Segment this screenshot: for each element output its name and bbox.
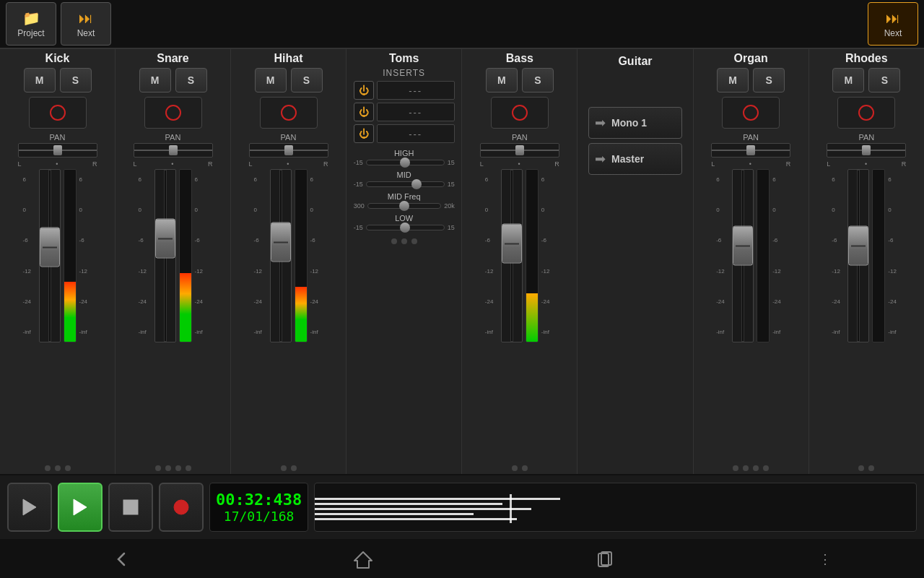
nav-bar: ⋮ xyxy=(0,540,924,578)
hihat-fader-handle[interactable] xyxy=(271,222,291,262)
organ-label: Organ xyxy=(734,52,768,65)
hihat-solo-button[interactable]: S xyxy=(291,68,323,92)
organ-fader-track xyxy=(732,169,754,342)
organ-ms-row: M S xyxy=(717,68,785,92)
organ-record-area xyxy=(722,97,780,129)
bass-ms-row: M S xyxy=(486,68,554,92)
hihat-pan-slider[interactable] xyxy=(249,143,328,158)
eq-high-slider[interactable] xyxy=(366,160,445,165)
next-button-left[interactable]: ⏭ Next xyxy=(61,2,111,46)
rhodes-fader-area: 60-6-12-24-inf 60-6-12-24-inf xyxy=(811,169,923,462)
rhodes-scale-right: 60-6-12-24-inf xyxy=(888,169,901,342)
rhodes-solo-button[interactable]: S xyxy=(868,68,900,92)
organ-pan-label: PAN xyxy=(743,133,759,142)
next-label-right: Next xyxy=(884,28,902,38)
bass-mute-button[interactable]: M xyxy=(486,68,518,92)
snare-fader-handle[interactable] xyxy=(155,219,175,259)
rhodes-pan-label: PAN xyxy=(858,133,874,142)
kick-pan-slider[interactable] xyxy=(18,143,97,158)
guitar-send-mono1[interactable]: ➡ Mono 1 xyxy=(588,107,682,139)
eq-mid-slider[interactable] xyxy=(366,181,445,187)
toms-dots xyxy=(391,238,417,244)
insert-slot-3[interactable]: --- xyxy=(377,124,455,143)
kick-vu-meter xyxy=(64,169,77,342)
time-top: 00:32:438 xyxy=(216,491,302,509)
play-button[interactable] xyxy=(7,483,52,532)
bass-label: Bass xyxy=(506,52,533,65)
organ-pan-slider[interactable] xyxy=(711,143,790,158)
back-button[interactable] xyxy=(92,545,150,574)
insert-power-1[interactable]: ⏻ xyxy=(354,81,374,100)
svg-rect-6 xyxy=(315,508,531,510)
bass-solo-button[interactable]: S xyxy=(522,68,554,92)
eq-high-band: HIGH -15 15 xyxy=(354,149,455,166)
bass-pan-label: PAN xyxy=(512,133,528,142)
bass-scale-right: 60-6-12-24-inf xyxy=(541,169,554,342)
play-active-button[interactable] xyxy=(58,483,103,532)
project-button[interactable]: 📁 Project xyxy=(6,2,56,46)
stop-button[interactable] xyxy=(108,483,153,532)
organ-solo-button[interactable]: S xyxy=(753,68,785,92)
record-button[interactable] xyxy=(159,483,204,532)
kick-record-button[interactable] xyxy=(50,105,66,121)
snare-scale-right: 60-6-12-24-inf xyxy=(195,169,208,342)
organ-record-button[interactable] xyxy=(743,105,759,121)
kick-solo-button[interactable]: S xyxy=(60,68,92,92)
kick-pan-lr: L•R xyxy=(18,160,97,168)
bass-record-button[interactable] xyxy=(512,105,528,121)
insert-power-3[interactable]: ⏻ xyxy=(354,124,374,143)
eq-midfreq-range: 300 20k xyxy=(354,202,455,210)
time-display: 00:32:438 17/01/168 xyxy=(209,483,308,532)
organ-mute-button[interactable]: M xyxy=(717,68,749,92)
hihat-label: Hihat xyxy=(274,52,303,65)
rhodes-record-button[interactable] xyxy=(858,105,874,121)
organ-fader-handle[interactable] xyxy=(733,225,753,265)
next-button-right[interactable]: ⏭ Next xyxy=(868,2,918,46)
rhodes-ms-row: M S xyxy=(832,68,900,92)
snare-pan-slider[interactable] xyxy=(134,143,213,158)
snare-solo-button[interactable]: S xyxy=(175,68,207,92)
snare-mute-button[interactable]: M xyxy=(139,68,171,92)
kick-dots xyxy=(45,465,71,471)
insert-slot-1[interactable]: --- xyxy=(377,81,455,100)
hihat-pan-lr: L•R xyxy=(249,160,328,168)
bass-dots xyxy=(512,465,528,471)
insert-power-2[interactable]: ⏻ xyxy=(354,103,374,121)
kick-record-area xyxy=(29,97,87,129)
kick-ms-row: M S xyxy=(24,68,92,92)
eq-mid-band: MID -15 15 xyxy=(354,171,455,188)
snare-record-button[interactable] xyxy=(165,105,181,121)
eq-low-slider[interactable] xyxy=(366,225,445,230)
transport-bar: 00:32:438 17/01/168 xyxy=(0,475,924,540)
svg-marker-10 xyxy=(354,552,372,568)
kick-fader-track xyxy=(39,169,61,342)
channel-hihat: Hihat M S PAN L•R 60-6-12-24-inf xyxy=(231,49,346,474)
organ-scale: 60-6-12-24-inf xyxy=(716,169,729,342)
rhodes-fader-handle[interactable] xyxy=(848,225,868,265)
toms-eq: HIGH -15 15 MID -15 15 xyxy=(354,149,455,236)
kick-fader-handle[interactable] xyxy=(40,228,60,267)
guitar-send-master[interactable]: ➡ Master xyxy=(588,143,682,175)
hihat-record-button[interactable] xyxy=(281,105,297,121)
rhodes-pan-slider[interactable] xyxy=(827,143,906,158)
insert-row-2: ⏻ --- xyxy=(354,103,455,121)
more-button[interactable]: ⋮ xyxy=(819,551,832,567)
bass-fader-handle[interactable] xyxy=(502,224,522,264)
kick-mute-button[interactable]: M xyxy=(24,68,56,92)
send-icon-mono1: ➡ xyxy=(595,115,606,131)
snare-pan-label: PAN xyxy=(165,133,181,142)
eq-midfreq-slider[interactable] xyxy=(367,203,441,209)
hihat-mute-button[interactable]: M xyxy=(255,68,287,92)
snare-vu-meter xyxy=(179,169,192,342)
mono1-label: Mono 1 xyxy=(611,117,647,129)
bass-pan-lr: L•R xyxy=(480,160,559,168)
snare-pan-lr: L•R xyxy=(134,160,213,168)
recents-button[interactable] xyxy=(577,545,635,574)
snare-record-area xyxy=(144,97,202,129)
bass-pan-slider[interactable] xyxy=(480,143,559,158)
home-button[interactable] xyxy=(334,545,392,574)
svg-rect-4 xyxy=(315,498,560,500)
snare-ms-row: M S xyxy=(139,68,207,92)
rhodes-mute-button[interactable]: M xyxy=(832,68,864,92)
insert-slot-2[interactable]: --- xyxy=(377,103,455,121)
